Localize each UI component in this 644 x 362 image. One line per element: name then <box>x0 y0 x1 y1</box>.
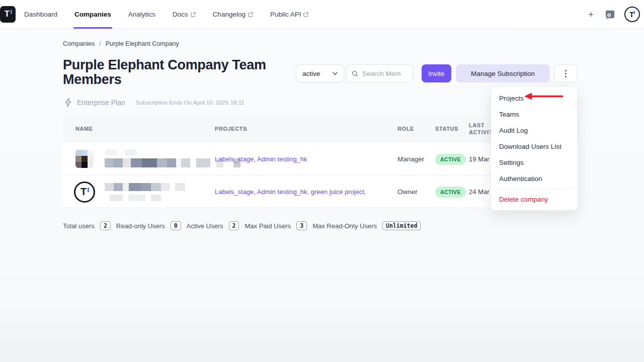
lightning-icon <box>64 98 72 107</box>
logo-tick-icon <box>11 10 12 14</box>
manage-subscription-button[interactable]: Manage Subscription <box>456 64 550 82</box>
user-avatar[interactable]: T <box>624 7 640 22</box>
status-badge: ACTIVE <box>435 154 466 165</box>
stat-label: Max Read-Only Users <box>312 222 377 230</box>
col-projects: PROJECTS <box>215 126 247 132</box>
search-icon <box>352 70 358 77</box>
menu-item-authentication[interactable]: Authentication <box>491 170 577 187</box>
nav-item-docs[interactable]: Docs <box>173 0 196 29</box>
nav-item-changelog[interactable]: Changelog <box>213 0 253 29</box>
nav-item-analytics[interactable]: Analytics <box>128 0 155 29</box>
status-filter-value: active <box>302 70 320 77</box>
breadcrumb-current: Purple Elephant Company <box>106 40 179 47</box>
subscription-note: Subscription Ends On April 10, 2025 18:1… <box>136 100 245 106</box>
stat-value: 2 <box>229 221 239 230</box>
projects-links[interactable]: Labels_stage, Admin testing_hk, green ju… <box>215 188 366 196</box>
nav-item-public-api[interactable]: Public API <box>270 0 309 29</box>
external-link-icon <box>303 12 308 17</box>
app-logo[interactable]: T <box>0 6 16 23</box>
avatar-logo-tick-icon <box>88 188 89 192</box>
breadcrumb-companies[interactable]: Companies <box>63 40 95 47</box>
support-search-icon[interactable] <box>604 9 616 20</box>
nav-item-dashboard[interactable]: Dashboard <box>24 0 57 29</box>
kebab-icon <box>565 70 567 71</box>
invite-button[interactable]: Invite <box>422 64 451 82</box>
stat-label: Max Paid Users <box>245 222 291 230</box>
stat-value: 3 <box>296 221 307 230</box>
redacted-name <box>105 183 185 201</box>
breadcrumb-separator: / <box>99 40 101 47</box>
status-badge: ACTIVE <box>435 187 466 198</box>
nav-item-companies[interactable]: Companies <box>74 0 111 29</box>
menu-item-settings[interactable]: Settings <box>491 154 577 170</box>
company-actions-menu: Projects Teams Audit Log Download Users … <box>491 86 578 211</box>
menu-item-teams[interactable]: Teams <box>491 106 577 122</box>
status-filter-select[interactable]: active <box>296 64 344 82</box>
nav-right-cluster: + T <box>586 0 640 29</box>
user-stats: Total users 2 Read-only Users 0 Active U… <box>63 221 421 230</box>
menu-item-delete-company[interactable]: Delete company <box>491 191 577 207</box>
add-button[interactable]: + <box>586 9 596 20</box>
stat-value: 0 <box>171 221 181 230</box>
menu-item-download-users-list[interactable]: Download Users List <box>491 138 577 154</box>
col-name: NAME <box>75 126 93 132</box>
logo-letter: T <box>5 9 9 19</box>
search-box <box>346 64 413 82</box>
role-value: Manager <box>397 155 424 162</box>
plan-name: Enterprise Plan <box>77 99 125 107</box>
external-link-icon <box>191 12 196 17</box>
redacted-avatar <box>75 150 94 168</box>
role-value: Owner <box>397 188 418 196</box>
avatar-logo-tick-icon <box>634 11 635 14</box>
chevron-down-icon <box>333 72 338 75</box>
stat-value: Unlimited <box>382 221 421 230</box>
stat-label: Read-only Users <box>116 222 165 230</box>
annotation-arrow-icon <box>524 93 565 100</box>
col-status: STATUS <box>435 126 458 132</box>
search-input[interactable] <box>362 70 408 77</box>
main-nav: Dashboard Companies Analytics Docs Chang… <box>24 0 308 29</box>
stat-label: Total users <box>63 222 95 230</box>
avatar-logo-letter: T <box>629 11 634 19</box>
breadcrumb: Companies / Purple Elephant Company <box>63 40 179 47</box>
last-activity-value: 24 Mar <box>469 188 489 196</box>
last-activity-value: 19 Mar <box>469 155 489 162</box>
projects-links[interactable]: Labels_stage, Admin testing_hk <box>215 155 307 162</box>
col-role: ROLE <box>397 126 414 132</box>
plan-row: Enterprise Plan Subscription Ends On Apr… <box>64 98 245 107</box>
member-avatar-logo: T <box>74 182 95 203</box>
stat-label: Active Users <box>187 222 223 230</box>
page-title: Purple Elephant Company Team Members <box>63 58 284 87</box>
stat-value: 2 <box>100 221 111 230</box>
menu-item-audit-log[interactable]: Audit Log <box>491 122 577 138</box>
top-nav: T Dashboard Companies Analytics Docs Cha… <box>0 0 644 29</box>
more-actions-button[interactable] <box>554 64 577 82</box>
external-link-icon <box>248 12 253 17</box>
menu-divider <box>498 189 574 189</box>
